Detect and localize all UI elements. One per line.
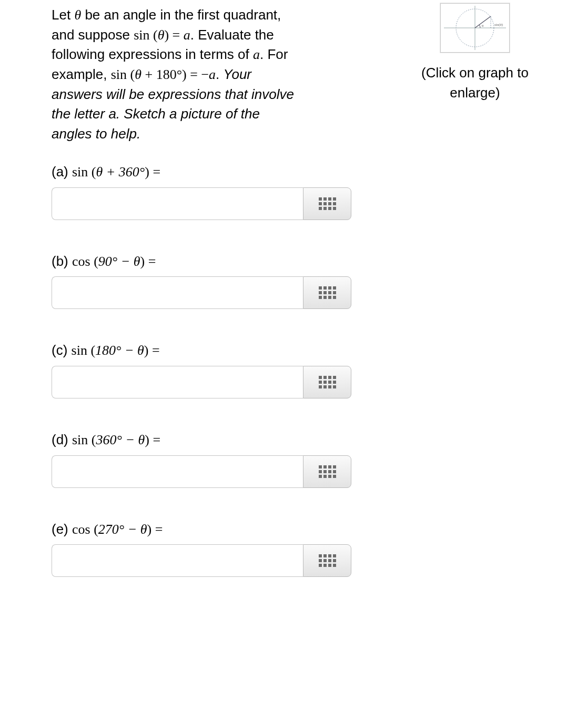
answer-row-c <box>52 366 351 398</box>
italic-text: angles to help. <box>52 126 140 142</box>
a-symbol: a <box>184 27 190 43</box>
page: Let θ be an angle in the first quadrant,… <box>0 0 567 728</box>
keypad-button-a[interactable] <box>303 187 351 220</box>
paren: ( <box>127 67 135 82</box>
keypad-button-b[interactable] <box>303 276 351 309</box>
text: Let <box>52 7 74 23</box>
part-prefix: (b) <box>52 253 72 269</box>
italic-text: answers will be expressions that involve <box>52 86 294 102</box>
part-c-label: (c) sin (180° − θ) = <box>52 341 357 361</box>
angle-expr: 270° − θ <box>98 522 147 537</box>
sin-symbol: sin <box>111 67 127 82</box>
italic-text: the letter a. Sketch a picture of the <box>52 106 260 122</box>
theta-symbol: θ <box>74 7 81 23</box>
angle-expr: 90° − θ <box>98 254 140 269</box>
answer-input-e[interactable] <box>52 544 303 577</box>
part-b-label: (b) cos (90° − θ) = <box>52 252 357 272</box>
part-prefix: (d) <box>52 432 72 447</box>
text: and suppose <box>52 27 134 43</box>
paren-eq: ) = <box>145 164 160 179</box>
part-d-label: (d) sin (360° − θ) = <box>52 430 357 450</box>
paren: ( <box>88 432 96 447</box>
paren: ( <box>90 254 98 269</box>
keypad-icon <box>319 286 336 299</box>
part-b: (b) cos (90° − θ) = <box>52 252 357 310</box>
part-prefix: (e) <box>52 521 72 537</box>
theta-symbol: θ <box>158 27 165 43</box>
keypad-icon <box>319 197 336 210</box>
graph-caption: (Click on graph to enlarge) <box>409 63 541 103</box>
trig-fn: sin <box>72 343 87 358</box>
answer-row-e <box>52 544 351 577</box>
paren: ( <box>90 522 98 537</box>
a-symbol: a <box>209 67 216 82</box>
sin-symbol: sin <box>134 27 149 43</box>
part-a: (a) sin (θ + 360°) = <box>52 162 357 220</box>
answer-input-c[interactable] <box>52 366 303 398</box>
part-e: (e) cos (270° − θ) = <box>52 520 357 577</box>
angle-expr: 360° − θ <box>96 432 145 447</box>
angle-offset: + 180° <box>141 67 182 82</box>
trig-fn: sin <box>72 164 88 179</box>
part-prefix: (a) <box>52 164 72 179</box>
answer-row-d <box>52 455 351 488</box>
paren-eq: ) = <box>147 522 163 537</box>
part-e-label: (e) cos (270° − θ) = <box>52 520 357 540</box>
answer-input-a[interactable] <box>52 187 303 220</box>
text: . For <box>260 46 288 62</box>
text: following expressions in terms of <box>52 46 253 62</box>
answer-input-d[interactable] <box>52 455 303 488</box>
angle-expr: θ + 360° <box>96 164 145 179</box>
answer-input-b[interactable] <box>52 276 303 309</box>
part-d: (d) sin (360° − θ) = <box>52 430 357 488</box>
keypad-icon <box>319 376 336 388</box>
paren-eq: ) = <box>144 343 160 358</box>
keypad-icon <box>319 465 336 478</box>
keypad-button-e[interactable] <box>303 544 351 577</box>
graph-sidebar: sin(θ) θ (Click on graph to enlarge) <box>378 5 541 103</box>
unit-circle-graph-icon: sin(θ) θ <box>440 3 510 53</box>
keypad-icon <box>319 554 336 567</box>
answer-parts: (a) sin (θ + 360°) = (b) cos (90° − θ) = <box>52 162 357 577</box>
text: . <box>216 66 223 82</box>
paren: ) <box>182 67 190 82</box>
paren: ( <box>88 164 96 179</box>
paren-eq: ) = <box>140 254 156 269</box>
paren: ) <box>164 27 172 43</box>
answer-row-b <box>52 276 351 309</box>
text: . Evaluate the <box>190 27 274 43</box>
text: be an angle in the first quadrant, <box>81 7 281 23</box>
prompt-text: Let θ be an angle in the first quadrant,… <box>52 5 378 144</box>
text: example, <box>52 66 111 82</box>
a-symbol: a <box>253 47 260 62</box>
answer-row-a <box>52 187 351 220</box>
trig-fn: cos <box>72 522 90 537</box>
top-row: Let θ be an angle in the first quadrant,… <box>52 5 551 144</box>
theta-symbol: θ <box>135 67 141 82</box>
part-c: (c) sin (180° − θ) = <box>52 341 357 398</box>
svg-text:sin(θ): sin(θ) <box>494 23 503 27</box>
part-a-label: (a) sin (θ + 360°) = <box>52 162 357 182</box>
paren: ( <box>87 343 95 358</box>
problem-prompt: Let θ be an angle in the first quadrant,… <box>52 5 378 144</box>
trig-fn: sin <box>72 432 88 447</box>
paren-eq: ) = <box>145 432 160 447</box>
graph-thumbnail-link[interactable]: sin(θ) θ <box>409 3 541 53</box>
equals-neg: = − <box>190 67 209 82</box>
trig-fn: cos <box>72 254 90 269</box>
keypad-button-c[interactable] <box>303 366 351 398</box>
equals: = <box>173 27 184 43</box>
paren: ( <box>149 27 157 43</box>
italic-text: Your <box>224 66 252 82</box>
part-prefix: (c) <box>52 342 72 358</box>
angle-expr: 180° − θ <box>95 343 144 358</box>
keypad-button-d[interactable] <box>303 455 351 488</box>
